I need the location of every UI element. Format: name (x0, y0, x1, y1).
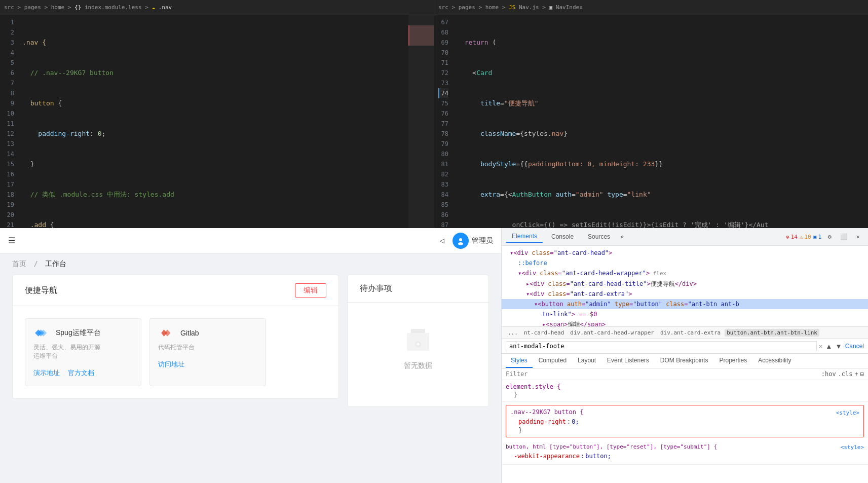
devtools-panel: Elements Console Sources » ⊗ 14 ⚠ 10 ▣ 1… (502, 228, 868, 483)
dom-line-8[interactable]: ▸<span>编辑</span> (502, 319, 868, 327)
search-next-btn[interactable]: ▼ (834, 342, 843, 351)
devtools-tab-elements[interactable]: Elements (506, 231, 543, 243)
css-selector-element: element.style { (506, 383, 864, 390)
devtools-topbar: Elements Console Sources » ⊗ 14 ⚠ 10 ▣ 1… (502, 228, 868, 246)
avatar (452, 233, 469, 249)
editor-right-line-numbers: 6768697071 7273747576 7778798081 8283848… (434, 15, 452, 228)
dom-line-1[interactable]: ▾<div class="ant-card-head"> (502, 248, 868, 258)
dom-bc-1[interactable]: nt-card-head (522, 329, 566, 337)
hamburger-icon[interactable]: ☰ (8, 236, 15, 245)
dock-icon[interactable]: ⬜ (838, 231, 850, 243)
breadcrumb-home[interactable]: 首页 (12, 259, 26, 268)
devtools-more[interactable]: » (618, 231, 626, 242)
dom-bc-4[interactable]: button.ant-btn.ant-btn-link (725, 329, 819, 337)
spug-title: Spug运维平台 (56, 328, 101, 338)
info-count: 1 (818, 234, 821, 240)
warning-badge: ⚠ 10 (800, 234, 811, 240)
css-rule-browser-default: button, html [type="button"], [type="res… (502, 440, 868, 465)
dom-line-4[interactable]: ▸<div class="ant-card-head-title">便捷导航</… (502, 279, 868, 289)
editor-left-code-lines: .nav { // .nav--29KG7 button button { pa… (18, 15, 408, 228)
editor-left-line-numbers: 12345 678910 1112131415 1617181920 21222… (0, 15, 18, 228)
todo-section: 待办事项 (347, 275, 489, 407)
dom-line-2[interactable]: ::before (502, 258, 868, 268)
dom-line-3[interactable]: ▾<div class="ant-card-head-wrapper"> fle… (502, 268, 868, 279)
editor-left-code: 12345 678910 1112131415 1617181920 21222… (0, 15, 434, 228)
info-icon: ▣ (813, 234, 817, 240)
nav-item-spug: Spug运维平台 灵活、强大、易用的开源运维平台 演示地址 官方文档 (25, 318, 141, 386)
class-icon[interactable]: .cls (838, 370, 853, 378)
warning-count: 10 (805, 234, 811, 240)
gitlab-icon (158, 327, 176, 339)
tab-properties[interactable]: Properties (714, 354, 752, 368)
search-prev-btn[interactable]: ▲ (824, 342, 833, 351)
dom-bc-3[interactable]: div.ant-card-extra (658, 329, 723, 337)
tab-styles[interactable]: Styles (506, 354, 533, 368)
hover-state-icon[interactable]: :hov (821, 370, 836, 378)
close-icon[interactable]: ✕ (852, 231, 864, 243)
todo-title: 待办事项 (360, 283, 392, 294)
page-content: 便捷导航 编辑 (0, 275, 501, 483)
svg-point-1 (459, 238, 462, 241)
navbar: ☰ ◁ 管理员 (0, 228, 501, 253)
spug-link-docs[interactable]: 官方文档 (68, 368, 94, 378)
tab-accessibility[interactable]: Accessibility (753, 354, 796, 368)
gitlab-link-visit[interactable]: 访问地址 (158, 360, 184, 369)
tab-computed[interactable]: Computed (534, 354, 572, 368)
spug-link-demo[interactable]: 演示地址 (33, 368, 60, 378)
todo-empty-text: 暂无数据 (404, 361, 432, 370)
search-nav: ▲ ▼ (824, 342, 843, 351)
css-rule-source[interactable]: <style> (836, 410, 859, 416)
devtools-icons: ⊗ 14 ⚠ 10 ▣ 1 ⚙ ⬜ ✕ (786, 231, 864, 243)
devtools-search-bar: ✕ ▲ ▼ Cancel (502, 339, 868, 354)
css-rule-header: .nav--29KG7 button { <style> (510, 408, 859, 417)
devtools-tab-sources[interactable]: Sources (582, 231, 616, 242)
gitlab-title: Gitlab (180, 329, 199, 337)
styles-filter-icons: :hov .cls + ⊟ (821, 370, 864, 378)
spug-icon (33, 327, 52, 339)
error-badge: ⊗ 14 (786, 234, 798, 240)
bell-icon[interactable]: ◁ (439, 236, 444, 245)
dom-line-7[interactable]: tn-link"> == $0 (502, 309, 868, 319)
tab-layout[interactable]: Layout (573, 354, 601, 368)
error-count: 14 (791, 234, 798, 240)
css-rule-browser-source[interactable]: <style> (841, 444, 864, 451)
search-cancel-btn[interactable]: Cancel (845, 343, 864, 350)
quick-nav-section: 便捷导航 编辑 (12, 275, 339, 407)
dom-bc-2[interactable]: div.ant-card-head-wrapper (568, 329, 656, 337)
dom-line-5[interactable]: ▾<div class="ant-card-extra"> (502, 289, 868, 299)
devtools-search-input[interactable] (506, 341, 817, 351)
styles-content: element.style { } .nav--29KG7 button { <… (502, 380, 868, 483)
gitlab-desc: 代码托管平台 (158, 343, 257, 352)
dom-line-6[interactable]: ▾<button auth="admin" type="button" clas… (502, 299, 868, 309)
styles-filter-bar: :hov .cls + ⊟ (502, 368, 868, 380)
editor-right-tab-bar: src > pages > home > JS Nav.js > ▣ NavIn… (434, 0, 868, 15)
styles-filter-input[interactable] (506, 370, 819, 378)
tab-event-listeners[interactable]: Event Listeners (602, 354, 654, 368)
dom-bc-dots[interactable]: ... (506, 329, 520, 337)
css-prop-padding: padding-right: 0; (510, 417, 859, 427)
todo-header: 待办事项 (348, 275, 488, 303)
settings-icon[interactable]: ⚙ (823, 231, 836, 243)
search-clear-icon[interactable]: ✕ (819, 343, 822, 350)
breadcrumb-separator: / (33, 259, 37, 268)
css-rule-element-style: element.style { } (502, 380, 868, 402)
css-prop-webkit: -webkit-appearance: button; (506, 451, 864, 461)
devtools-tab-console[interactable]: Console (545, 231, 580, 242)
editor-left-pane: src > pages > home > {} index.module.les… (0, 0, 434, 228)
editor-right-pane: src > pages > home > JS Nav.js > ▣ NavIn… (434, 0, 868, 228)
todo-empty-illustration (402, 323, 434, 355)
todo-empty: 暂无数据 (348, 303, 488, 391)
editor-right-code-lines: return ( <Card title="便捷导航" className={s… (452, 15, 868, 228)
edit-button[interactable]: 编辑 (295, 283, 326, 298)
tab-dom-breakpoints[interactable]: DOM Breakpoints (655, 354, 713, 368)
spug-desc: 灵活、强大、易用的开源运维平台 (33, 343, 133, 360)
more-style-icon[interactable]: ⊟ (860, 370, 864, 378)
nav-item-spug-header: Spug运维平台 (33, 327, 133, 339)
error-icon: ⊗ (786, 234, 789, 240)
add-style-icon[interactable]: + (855, 370, 858, 378)
breadcrumb-current: 工作台 (45, 259, 66, 268)
quick-nav-header-right: 编辑 (295, 283, 326, 298)
editor-left-tab-bar: src > pages > home > {} index.module.les… (0, 0, 434, 15)
editor-area: src > pages > home > {} index.module.les… (0, 0, 868, 228)
user-menu[interactable]: 管理员 (452, 233, 493, 249)
